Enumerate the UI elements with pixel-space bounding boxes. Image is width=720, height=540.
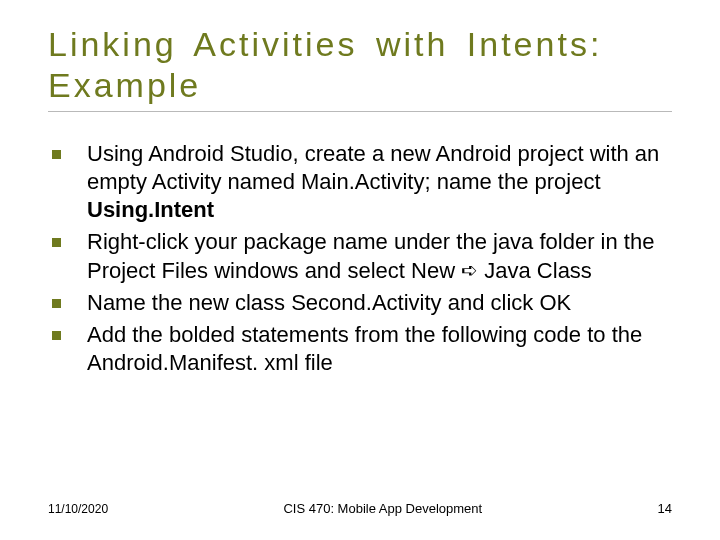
- bullet-text: Using Android Studio, create a new Andro…: [87, 140, 672, 224]
- slide: Linking Activities with Intents: Example…: [0, 0, 720, 540]
- footer-date: 11/10/2020: [48, 502, 108, 516]
- bullet-list: Using Android Studio, create a new Andro…: [52, 140, 672, 377]
- bullet-text: Name the new class Second.Activity and c…: [87, 289, 571, 317]
- slide-title: Linking Activities with Intents: Example: [48, 24, 672, 112]
- slide-footer: 11/10/2020 CIS 470: Mobile App Developme…: [48, 501, 672, 516]
- bullet-square-icon: [52, 331, 61, 340]
- list-item: Add the bolded statements from the follo…: [52, 321, 672, 377]
- text-bold: Using.Intent: [87, 197, 214, 222]
- list-item: Using Android Studio, create a new Andro…: [52, 140, 672, 224]
- bullet-text: Right-click your package name under the …: [87, 228, 672, 284]
- slide-body: Using Android Studio, create a new Andro…: [48, 140, 672, 377]
- bullet-text: Add the bolded statements from the follo…: [87, 321, 672, 377]
- footer-page: 14: [658, 501, 672, 516]
- text-run: Java Class: [478, 258, 592, 283]
- bullet-square-icon: [52, 299, 61, 308]
- list-item: Right-click your package name under the …: [52, 228, 672, 284]
- bullet-square-icon: [52, 150, 61, 159]
- list-item: Name the new class Second.Activity and c…: [52, 289, 672, 317]
- text-run: Using Android Studio, create a new Andro…: [87, 141, 659, 194]
- bullet-square-icon: [52, 238, 61, 247]
- arrow-icon: ➪: [461, 258, 478, 284]
- footer-course: CIS 470: Mobile App Development: [108, 501, 657, 516]
